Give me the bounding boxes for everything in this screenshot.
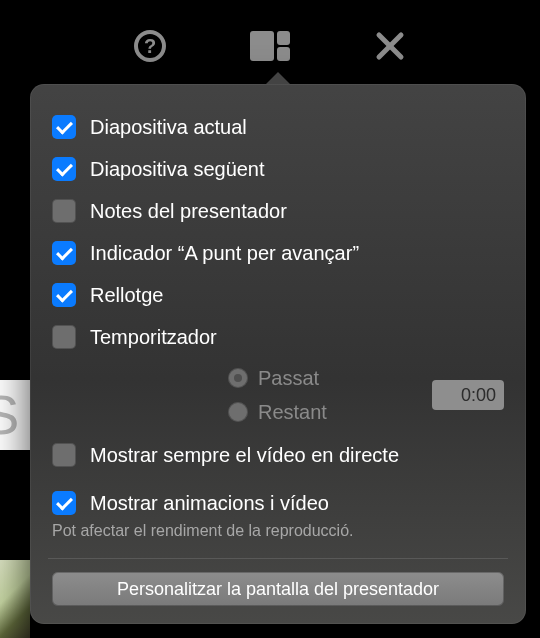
- customize-button-label: Personalitzar la pantalla del presentado…: [117, 579, 439, 600]
- timer-value-field[interactable]: 0:00: [432, 380, 504, 410]
- background-slide-thumbnail: [0, 560, 30, 638]
- option-timer[interactable]: Temporitzador: [52, 316, 504, 358]
- option-clock[interactable]: Rellotge: [52, 274, 504, 316]
- checkbox-clock[interactable]: [52, 283, 76, 307]
- label-animations: Mostrar animacions i vídeo: [90, 492, 329, 515]
- divider: [48, 558, 508, 559]
- checkbox-next-slide[interactable]: [52, 157, 76, 181]
- checkbox-current-slide[interactable]: [52, 115, 76, 139]
- option-live-video[interactable]: Mostrar sempre el vídeo en directe: [52, 434, 504, 476]
- layout-icon: [250, 31, 290, 61]
- layout-button[interactable]: [240, 24, 300, 68]
- radio-remaining[interactable]: [228, 402, 248, 422]
- option-next-slide[interactable]: Diapositiva següent: [52, 148, 504, 190]
- checkbox-live-video[interactable]: [52, 443, 76, 467]
- label-ready-indicator: Indicador “A punt per avançar”: [90, 242, 359, 265]
- option-current-slide[interactable]: Diapositiva actual: [52, 106, 504, 148]
- timer-value: 0:00: [461, 385, 496, 406]
- label-remaining: Restant: [258, 401, 327, 424]
- help-icon: ?: [133, 29, 167, 63]
- animations-note: Pot afectar el rendiment de la reproducc…: [52, 522, 504, 540]
- customize-presenter-display-button[interactable]: Personalitzar la pantalla del presentado…: [52, 572, 504, 606]
- option-ready-indicator[interactable]: Indicador “A punt per avançar”: [52, 232, 504, 274]
- label-elapsed: Passat: [258, 367, 319, 390]
- radio-elapsed[interactable]: [228, 368, 248, 388]
- label-live-video: Mostrar sempre el vídeo en directe: [90, 444, 399, 467]
- checkbox-timer[interactable]: [52, 325, 76, 349]
- checkbox-ready-indicator[interactable]: [52, 241, 76, 265]
- checkbox-animations[interactable]: [52, 491, 76, 515]
- svg-rect-2: [250, 31, 274, 61]
- label-timer: Temporitzador: [90, 326, 217, 349]
- svg-rect-3: [277, 31, 290, 45]
- svg-text:?: ?: [144, 35, 156, 57]
- option-presenter-notes[interactable]: Notes del presentador: [52, 190, 504, 232]
- close-button[interactable]: [360, 24, 420, 68]
- label-presenter-notes: Notes del presentador: [90, 200, 287, 223]
- option-animations[interactable]: Mostrar animacions i vídeo: [52, 482, 504, 524]
- label-clock: Rellotge: [90, 284, 163, 307]
- label-current-slide: Diapositiva actual: [90, 116, 247, 139]
- label-next-slide: Diapositiva següent: [90, 158, 265, 181]
- svg-rect-4: [277, 47, 290, 61]
- presenter-toolbar: ?: [0, 24, 540, 68]
- close-icon: [375, 31, 405, 61]
- background-slide-fragment: S: [0, 380, 30, 450]
- presenter-display-popover: Diapositiva actual Diapositiva següent N…: [30, 84, 526, 624]
- checkbox-presenter-notes[interactable]: [52, 199, 76, 223]
- help-button[interactable]: ?: [120, 24, 180, 68]
